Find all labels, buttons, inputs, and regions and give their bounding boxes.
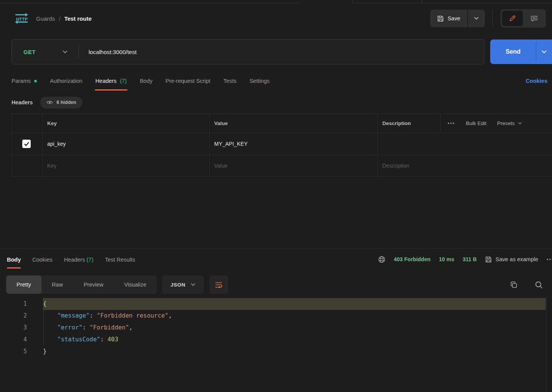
tab-body[interactable]: Body <box>140 76 152 86</box>
table-more-options-button[interactable]: ••• <box>448 120 455 126</box>
send-button[interactable]: Send <box>490 40 536 64</box>
format-dropdown[interactable]: JSON <box>162 275 204 294</box>
value-cell-empty[interactable]: Value <box>210 155 378 176</box>
hidden-headers-toggle[interactable]: 6 hidden <box>40 97 82 109</box>
code-token: "Forbidden" <box>89 324 129 331</box>
copy-icon[interactable] <box>510 281 518 289</box>
row-checkbox-checked[interactable] <box>22 140 31 148</box>
response-tab-test-results[interactable]: Test Results <box>105 255 135 264</box>
code-token: { <box>43 300 46 307</box>
tab-tests[interactable]: Tests <box>223 76 236 86</box>
tab-headers-count: (7) <box>120 78 127 84</box>
wrap-text-button[interactable] <box>209 275 228 294</box>
save-button-label: Save <box>448 15 460 21</box>
comments-button[interactable] <box>524 11 544 26</box>
code-token: "message" <box>43 312 89 319</box>
search-icon[interactable] <box>535 281 543 289</box>
view-tab-preview[interactable]: Preview <box>73 275 114 294</box>
breadcrumb-request-name[interactable]: Test route <box>64 15 91 22</box>
params-active-dot <box>34 80 37 82</box>
presets-dropdown[interactable]: Presets <box>497 120 522 126</box>
scrollbar-track[interactable] <box>547 296 547 392</box>
code-line-3: 3 "error": "Forbidden", <box>0 322 552 334</box>
header-divider <box>493 10 493 27</box>
key-placeholder: Key <box>47 163 56 169</box>
response-time[interactable]: 10 ms <box>439 256 454 262</box>
request-url-bar: GET localhost:3000/test <box>12 39 484 64</box>
save-options-button[interactable] <box>468 10 485 27</box>
code-content: { <box>43 298 546 310</box>
value-column-header: Value <box>210 114 378 133</box>
response-view-toolbar: Pretty Raw Preview Visualize JSON <box>0 275 552 295</box>
breadcrumb-collection[interactable]: Guards <box>36 15 55 22</box>
tab-strip-separator <box>352 0 353 3</box>
url-input[interactable]: localhost:3000/test <box>89 49 137 55</box>
key-cell[interactable]: api_key <box>43 133 210 155</box>
description-cell[interactable] <box>378 133 552 155</box>
cookies-link[interactable]: Cookies <box>526 78 547 84</box>
view-tab-pretty[interactable]: Pretty <box>6 275 41 294</box>
wrap-text-icon <box>215 281 223 288</box>
response-more-options-button[interactable]: ••• <box>547 257 552 262</box>
code-token: "statusCode" <box>43 336 100 343</box>
value-cell-value: MY_API_KEY <box>214 141 248 147</box>
response-tab-cookies[interactable]: Cookies <box>32 255 52 264</box>
pencil-icon <box>509 15 516 22</box>
response-body-code[interactable]: 1 { 2 "message": "Forbidden resource", 3… <box>0 296 552 392</box>
tab-headers-label: Headers <box>96 78 117 84</box>
description-cell-empty[interactable]: Description <box>378 155 552 176</box>
indent-guide <box>43 310 44 344</box>
format-label: JSON <box>170 282 185 288</box>
method-chevron-down-icon[interactable] <box>63 50 68 54</box>
tab-pre-request-script[interactable]: Pre-request Script <box>165 76 210 86</box>
code-token: "Forbidden resource" <box>97 312 169 319</box>
select-column-header <box>12 114 43 133</box>
response-tab-headers[interactable]: Headers (7) <box>64 255 94 264</box>
response-tab-body[interactable]: Body <box>7 255 21 264</box>
line-number: 1 <box>0 298 43 310</box>
table-toolbar: ••• Bulk Edit Presets <box>441 114 552 133</box>
tab-params[interactable]: Params <box>12 76 37 86</box>
network-globe-icon[interactable] <box>378 256 385 263</box>
tab-authorization-label: Authorization <box>50 78 83 84</box>
save-button[interactable]: Save <box>430 10 467 27</box>
method-selector[interactable]: GET <box>12 49 36 55</box>
save-as-example-button[interactable]: Save as example <box>485 256 538 263</box>
view-switcher: Pretty Raw Preview Visualize <box>6 275 157 294</box>
tab-tests-label: Tests <box>223 78 236 84</box>
code-token: 403 <box>107 336 118 343</box>
code-content: "statusCode": 403 <box>43 334 546 346</box>
save-button-group: Save <box>430 10 485 27</box>
send-options-button[interactable] <box>536 40 552 64</box>
tab-authorization[interactable]: Authorization <box>50 76 83 86</box>
headers-table-header-row: Key Value Description ••• Bulk Edit Pres… <box>12 114 552 133</box>
code-token: , <box>129 324 132 331</box>
row-select-cell <box>12 155 43 176</box>
code-token: } <box>43 348 46 355</box>
header-row-new: Key Value Description <box>12 155 552 177</box>
postman-request-window: HTTP Guards / Test route <box>0 0 552 392</box>
tab-strip-separator <box>421 0 422 3</box>
tab-headers[interactable]: Headers (7) <box>96 76 127 86</box>
edit-mode-button[interactable] <box>502 11 523 26</box>
code-content: } <box>43 346 546 357</box>
value-placeholder: Value <box>214 163 228 169</box>
save-icon <box>485 256 492 263</box>
key-cell-empty[interactable]: Key <box>43 155 210 176</box>
code-line-4: 4 "statusCode": 403 <box>0 334 552 346</box>
code-line-2: 2 "message": "Forbidden resource", <box>0 310 552 322</box>
response-tab-test-results-label: Test Results <box>105 257 135 263</box>
status-badge[interactable]: 403 Forbidden <box>394 256 431 262</box>
view-tab-visualize[interactable]: Visualize <box>114 275 157 294</box>
view-tab-raw[interactable]: Raw <box>41 275 73 294</box>
description-column-header: Description <box>378 114 441 133</box>
value-cell[interactable]: MY_API_KEY <box>210 133 378 155</box>
save-icon <box>437 15 444 22</box>
response-tab-headers-count: (7) <box>86 257 93 263</box>
response-size[interactable]: 311 B <box>463 256 477 262</box>
code-content: "error": "Forbidden", <box>43 322 546 334</box>
description-column-label: Description <box>382 120 411 126</box>
tab-settings[interactable]: Settings <box>250 76 269 86</box>
bulk-edit-button[interactable]: Bulk Edit <box>466 120 486 126</box>
presets-label: Presets <box>497 120 515 126</box>
